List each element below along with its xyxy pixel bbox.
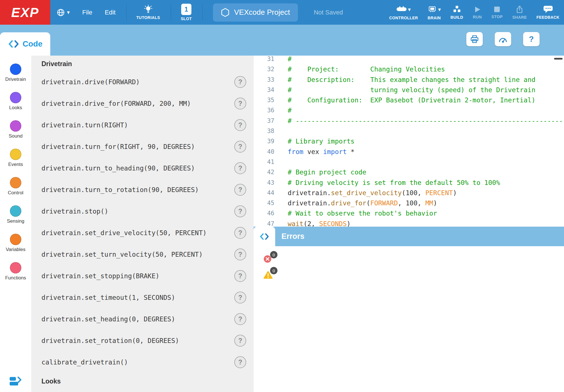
- editor-lines: 31#32# Project: Changing Velocities33# D…: [254, 56, 564, 227]
- code-line: 35# Configuration: EXP Basebot (Drivetra…: [254, 95, 564, 105]
- line-content: from vex import *: [274, 147, 354, 157]
- sidebar-item-variables[interactable]: Variables: [5, 234, 26, 262]
- command-list: drivetrain.drive(FORWARD)?drivetrain.dri…: [31, 71, 254, 373]
- edit-menu[interactable]: Edit: [105, 9, 116, 16]
- category-label: Sound: [9, 133, 22, 139]
- code-line: 39# Library imports: [254, 136, 564, 146]
- line-number: 34: [254, 85, 274, 95]
- palette-command-row[interactable]: calibrate_drivetrain()?: [31, 351, 254, 373]
- command-help-button[interactable]: ?: [234, 76, 246, 88]
- command-help-button[interactable]: ?: [234, 227, 246, 239]
- feedback-bubble-icon: [543, 5, 553, 14]
- command-help-button[interactable]: ?: [234, 248, 246, 260]
- build-button[interactable]: BUILD: [450, 5, 463, 20]
- sidebar-item-drivetrain[interactable]: Drivetrain: [5, 64, 26, 92]
- caret-down-icon: ▾: [438, 7, 441, 12]
- sidebar-item-sensing[interactable]: Sensing: [5, 205, 26, 234]
- caret-down-icon: ▾: [67, 10, 70, 15]
- palette-command-row[interactable]: drivetrain.set_heading(0, DEGREES)?: [31, 308, 254, 330]
- editor-toolbar: Code ?: [0, 25, 564, 56]
- project-name-button[interactable]: VEXcode Project: [213, 3, 298, 22]
- file-menu[interactable]: File: [82, 9, 92, 16]
- blocks-toggle-button[interactable]: [9, 376, 22, 388]
- sidebar-item-control[interactable]: Control: [5, 177, 26, 205]
- command-help-button[interactable]: ?: [234, 162, 246, 174]
- command-text: drivetrain.turn(RIGHT): [41, 121, 128, 129]
- sidebar-item-functions[interactable]: Functions: [5, 262, 26, 290]
- stop-icon: [494, 6, 500, 13]
- error-count-indicator[interactable]: 0: [263, 255, 272, 264]
- palette-command-row[interactable]: drivetrain.set_drive_velocity(50, PERCEN…: [31, 222, 254, 244]
- command-help-button[interactable]: ?: [234, 313, 246, 325]
- command-help-button[interactable]: ?: [234, 141, 246, 153]
- vex-exp-logo: EXP: [0, 0, 50, 25]
- feedback-button[interactable]: FEEDBACK: [536, 5, 559, 20]
- palette-command-row[interactable]: drivetrain.set_timeout(1, SECONDS)?: [31, 287, 254, 308]
- tab-code[interactable]: Code: [0, 32, 50, 56]
- scrollbar-thumb[interactable]: [554, 58, 563, 60]
- code-line: 46# Wait to observe the robot's behavior: [254, 208, 564, 218]
- brain-button[interactable]: ▾ BRAIN: [428, 5, 441, 20]
- command-text: drivetrain.set_heading(0, DEGREES): [41, 315, 175, 323]
- command-help-button[interactable]: ?: [234, 335, 246, 347]
- code-line: 44drivetrain.set_drive_velocity(100, PER…: [254, 188, 564, 198]
- share-button[interactable]: SHARE: [512, 5, 527, 20]
- palette-command-row[interactable]: drivetrain.set_rotation(0, DEGREES)?: [31, 330, 254, 351]
- warning-count-indicator[interactable]: 0: [263, 271, 272, 280]
- code-line: 47wait(2, SECONDS): [254, 219, 564, 227]
- tutorials-button[interactable]: TUTORIALS: [136, 5, 160, 20]
- line-number: 42: [254, 167, 274, 177]
- gauge-icon: [498, 35, 507, 44]
- printer-icon: [470, 35, 479, 44]
- palette-command-row[interactable]: drivetrain.turn_to_rotation(90, DEGREES)…: [31, 179, 254, 201]
- command-text: drivetrain.set_drive_velocity(50, PERCEN…: [41, 229, 207, 237]
- command-help-button[interactable]: ?: [234, 184, 246, 196]
- run-button[interactable]: RUN: [473, 5, 482, 20]
- stop-button[interactable]: STOP: [492, 5, 503, 20]
- palette-command-row[interactable]: drivetrain.drive(FORWARD)?: [31, 71, 254, 93]
- language-menu[interactable]: ▾: [57, 8, 70, 17]
- code-line: 41: [254, 157, 564, 167]
- print-button[interactable]: [466, 32, 483, 46]
- palette-command-row[interactable]: drivetrain.stop()?: [31, 201, 254, 222]
- dashboard-button[interactable]: [495, 32, 511, 46]
- palette-command-row[interactable]: drivetrain.turn(RIGHT)?: [31, 114, 254, 136]
- command-help-button[interactable]: ?: [234, 270, 246, 282]
- code-line: 32# Project: Changing Velocities: [254, 64, 564, 74]
- command-help-button[interactable]: ?: [234, 356, 246, 368]
- palette-command-row[interactable]: drivetrain.set_turn_velocity(50, PERCENT…: [31, 244, 254, 265]
- help-button[interactable]: ?: [523, 32, 540, 46]
- line-content: [274, 157, 288, 167]
- errors-panel-header: Errors: [254, 227, 564, 246]
- command-text: drivetrain.turn_to_rotation(90, DEGREES): [41, 186, 199, 193]
- palette-command-row[interactable]: drivetrain.turn_to_heading(90, DEGREES)?: [31, 157, 254, 179]
- sidebar-item-sound[interactable]: Sound: [5, 120, 26, 149]
- palette-command-row[interactable]: drivetrain.set_stopping(BRAKE)?: [31, 265, 254, 287]
- line-content: # Description: This example changes the …: [274, 75, 535, 85]
- line-content: # Project: Changing Velocities: [274, 64, 445, 74]
- line-number: 43: [254, 178, 274, 188]
- slot-button[interactable]: 1 SLOT: [181, 4, 192, 21]
- command-help-button[interactable]: ?: [234, 292, 246, 304]
- line-number: 41: [254, 157, 274, 167]
- code-icon: [260, 233, 269, 240]
- line-number: 36: [254, 105, 274, 115]
- category-dot: [10, 149, 21, 160]
- line-content: #: [274, 105, 292, 115]
- project-name: VEXcode Project: [234, 8, 290, 17]
- command-help-button[interactable]: ?: [234, 98, 246, 109]
- palette-command-row[interactable]: drivetrain.turn_for(RIGHT, 90, DEGREES)?: [31, 136, 254, 157]
- code-icon: [8, 40, 19, 48]
- tab-errors[interactable]: [254, 227, 275, 246]
- line-number: 45: [254, 198, 274, 208]
- command-help-button[interactable]: ?: [234, 205, 246, 217]
- command-help-button[interactable]: ?: [234, 119, 246, 131]
- code-editor[interactable]: 31#32# Project: Changing Velocities33# D…: [254, 56, 564, 227]
- controller-button[interactable]: ▾ CONTROLLER: [389, 5, 418, 20]
- palette-command-row[interactable]: drivetrain.drive_for(FORWARD, 200, MM)?: [31, 93, 254, 114]
- category-label: Functions: [5, 275, 26, 281]
- category-label: Variables: [6, 247, 26, 252]
- sidebar-item-looks[interactable]: Looks: [5, 92, 26, 120]
- sidebar-item-events[interactable]: Events: [5, 149, 26, 177]
- error-count-badge: 0: [270, 251, 277, 258]
